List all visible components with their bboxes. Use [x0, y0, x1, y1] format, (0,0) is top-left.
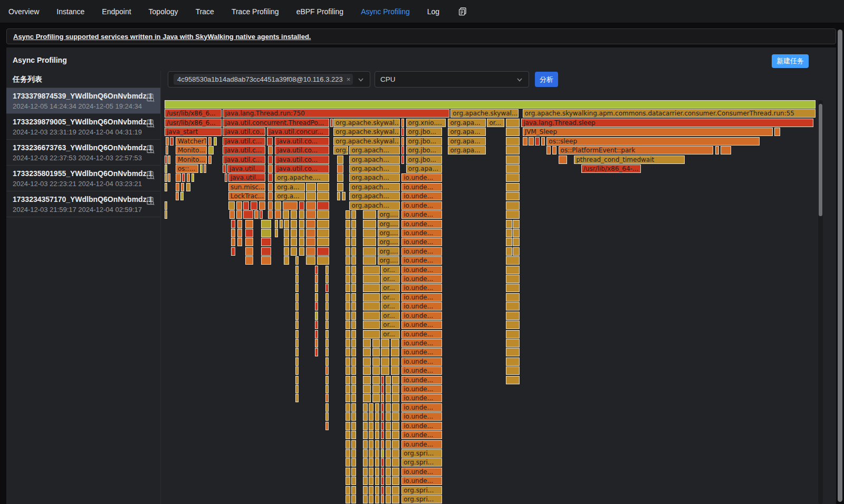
flame-cell[interactable]	[200, 164, 203, 173]
flame-cell[interactable]	[291, 210, 297, 219]
flame-cell[interactable]	[506, 146, 520, 154]
flame-cell[interactable]	[386, 468, 391, 476]
flame-cell[interactable]	[325, 275, 329, 283]
flame-cell[interactable]	[351, 330, 356, 338]
flame-cell[interactable]: org....	[378, 256, 400, 265]
flame-cell[interactable]	[351, 293, 356, 302]
flame-cell[interactable]	[506, 256, 520, 265]
flame-cell[interactable]: io.unde...	[401, 321, 442, 329]
flame-cell[interactable]: org.apach...	[349, 146, 400, 154]
flame-cell[interactable]	[165, 173, 167, 182]
flame-cell[interactable]	[386, 403, 391, 412]
flame-cell[interactable]	[275, 220, 278, 228]
flame-scrollbar-thumb[interactable]	[819, 104, 822, 216]
flame-cell[interactable]	[369, 477, 373, 485]
flame-cell[interactable]: java.util.co...	[275, 164, 329, 173]
flame-cell[interactable]	[506, 330, 520, 338]
flame-cell[interactable]	[237, 229, 242, 237]
flame-cell[interactable]	[325, 412, 329, 421]
flame-cell[interactable]	[391, 366, 399, 375]
flame-cell[interactable]	[391, 339, 399, 347]
flame-cell[interactable]	[317, 201, 329, 210]
flame-cell[interactable]	[325, 422, 329, 430]
nav-item-log[interactable]: Log	[427, 7, 448, 16]
flame-cell[interactable]	[506, 220, 512, 228]
flame-cell[interactable]	[386, 376, 391, 384]
flame-cell[interactable]	[317, 220, 329, 228]
flame-cell[interactable]: org.apach...	[349, 192, 400, 200]
flame-cell[interactable]: io.unde...	[401, 284, 442, 292]
flame-cell[interactable]	[506, 321, 520, 329]
flame-cell[interactable]	[261, 256, 272, 265]
flame-cell[interactable]	[346, 266, 350, 274]
flame-cell[interactable]	[295, 275, 299, 283]
nav-item-ebpf-profiling[interactable]: eBPF Profiling	[296, 7, 352, 16]
flame-cell[interactable]	[166, 137, 169, 146]
flame-cell[interactable]	[243, 210, 253, 219]
flame-cell[interactable]	[392, 385, 399, 393]
flame-cell[interactable]: os::PlatformEvent::park	[559, 146, 714, 154]
flame-cell[interactable]: java.util.co...	[223, 128, 265, 136]
flame-cell[interactable]	[506, 210, 520, 219]
flame-cell[interactable]	[363, 275, 380, 283]
flame-cell[interactable]	[381, 431, 384, 439]
flame-cell[interactable]	[363, 376, 371, 384]
flame-cell[interactable]: org.apache.skywal...	[333, 137, 400, 146]
flame-cell[interactable]	[315, 293, 318, 302]
flame-cell[interactable]: org.apa...	[406, 164, 442, 173]
flame-cell[interactable]	[236, 201, 242, 210]
flame-cell[interactable]	[284, 247, 289, 256]
flame-cell[interactable]	[275, 210, 281, 219]
flame-cell[interactable]	[299, 238, 304, 246]
flame-cell[interactable]	[268, 146, 273, 154]
flame-cell[interactable]	[369, 431, 373, 439]
flame-cell[interactable]	[363, 348, 371, 356]
flame-cell[interactable]	[363, 210, 376, 219]
flame-cell[interactable]: org.apach...	[349, 173, 400, 182]
flame-cell[interactable]	[346, 229, 350, 237]
flame-cell[interactable]	[306, 256, 315, 265]
flame-cell[interactable]	[325, 293, 329, 302]
nav-item-trace-profiling[interactable]: Trace Profiling	[232, 7, 288, 16]
flame-cell[interactable]	[251, 201, 258, 210]
flame-cell[interactable]: io.unde...	[401, 440, 442, 449]
flame-cell[interactable]	[245, 220, 253, 228]
flame-cell[interactable]	[381, 403, 384, 412]
flame-cell[interactable]	[774, 128, 780, 136]
flame-cell[interactable]	[375, 412, 380, 421]
flame-cell[interactable]	[317, 192, 329, 200]
flame-cell[interactable]	[346, 394, 350, 402]
flame-cell[interactable]	[392, 394, 399, 402]
flame-cell[interactable]	[330, 119, 333, 127]
flame-cell[interactable]	[315, 330, 318, 338]
flame-cell[interactable]	[401, 128, 405, 136]
flame-cell[interactable]	[295, 266, 299, 274]
flame-cell[interactable]: java.util....	[227, 164, 265, 173]
flame-cell[interactable]	[351, 266, 356, 274]
flame-cell[interactable]: org.apache.skywal...	[450, 109, 518, 118]
flame-cell[interactable]	[363, 458, 368, 467]
flame-cell[interactable]	[715, 146, 719, 154]
flame-cell[interactable]	[225, 173, 227, 182]
flame-cell[interactable]: io.unde...	[401, 266, 442, 274]
flame-cell[interactable]	[275, 229, 278, 237]
flame-cell[interactable]: org....	[378, 238, 400, 246]
flame-cell[interactable]: JVM_Sleep	[523, 128, 773, 136]
flame-cell[interactable]	[325, 330, 329, 338]
flame-cell[interactable]	[351, 468, 356, 476]
flame-cell[interactable]: or...	[381, 284, 400, 292]
flame-cell[interactable]: java.util.co...	[275, 137, 329, 146]
flame-cell[interactable]	[351, 495, 356, 503]
flame-cell[interactable]: org....	[378, 247, 400, 256]
task-item[interactable]: 1733236673763_YWdlbnQ6OnNvbmdz.12024-12-…	[6, 140, 160, 166]
flame-cell[interactable]: io.unde...	[401, 312, 442, 320]
flame-cell[interactable]	[375, 486, 380, 495]
flame-cell[interactable]: or...	[381, 312, 400, 320]
flame-cell[interactable]	[346, 293, 350, 302]
flame-cell[interactable]	[337, 156, 343, 164]
flame-cell[interactable]: io.unde...	[401, 339, 442, 347]
flame-cell[interactable]	[214, 137, 217, 146]
flame-cell[interactable]	[268, 210, 273, 219]
flame-cell[interactable]	[165, 201, 167, 210]
flame-cell[interactable]: org.apa...	[448, 128, 486, 136]
